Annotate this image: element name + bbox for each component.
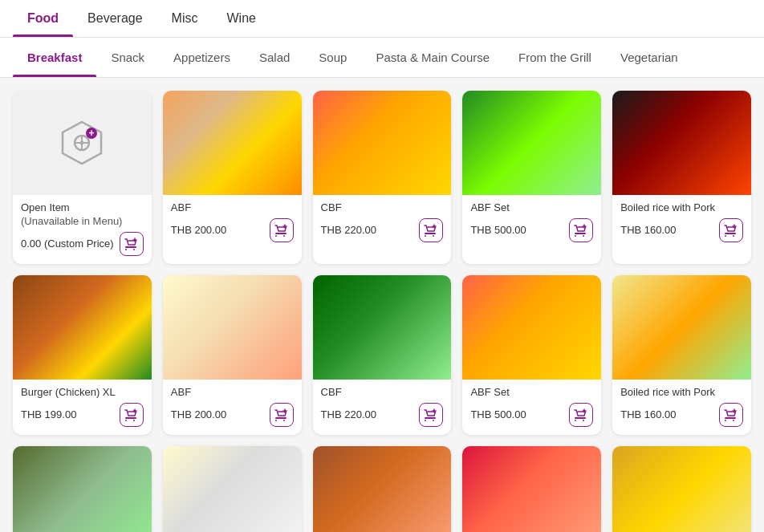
cart-plus-icon xyxy=(274,223,289,238)
card-body: Open Item(Unavailable in Menu) 0.00 (Cus… xyxy=(13,195,152,264)
card-burger-2[interactable]: Burger (Chicken) XL THB 199.00 xyxy=(13,446,152,532)
card-open-item[interactable]: + Open Item(Unavailable in Menu) 0.00 (C… xyxy=(13,91,152,264)
food-image xyxy=(313,275,452,380)
cart-plus-icon xyxy=(424,223,438,238)
cart-plus-icon xyxy=(124,237,139,251)
card-title: ABF Set xyxy=(470,386,593,400)
svg-rect-34 xyxy=(133,420,135,421)
sub-nav-item-breakfast[interactable]: Breakfast xyxy=(13,38,96,77)
add-to-cart-button[interactable] xyxy=(419,218,443,242)
sub-nav-item-from-the-grill[interactable]: From the Grill xyxy=(504,38,606,77)
card-title: ABF Set xyxy=(470,201,593,215)
add-to-cart-button[interactable] xyxy=(719,403,743,427)
card-body: CBF THB 220.00 xyxy=(313,380,452,435)
food-image xyxy=(612,275,751,380)
svg-text:+: + xyxy=(89,128,95,139)
sub-nav-item-pasta-and-main-course[interactable]: Pasta & Main Course xyxy=(361,38,504,77)
card-title: Boiled rice with Pork xyxy=(620,386,743,400)
svg-rect-23 xyxy=(575,235,576,237)
sub-nav-item-snack[interactable]: Snack xyxy=(96,38,159,77)
sub-nav: BreakfastSnackAppetizersSaladSoupPasta &… xyxy=(0,38,764,78)
food-image xyxy=(13,446,152,532)
card-body: ABF Set THB 500.00 xyxy=(462,380,601,435)
card-title: Open Item(Unavailable in Menu) xyxy=(21,201,144,229)
svg-rect-42 xyxy=(425,417,436,419)
add-to-cart-button[interactable] xyxy=(719,218,743,242)
card-boiled-1[interactable]: Boiled rice with Pork THB 160.00 xyxy=(612,91,751,264)
card-price-row: THB 200.00 xyxy=(171,218,294,242)
food-image xyxy=(163,275,302,380)
card-body: ABF THB 200.00 xyxy=(163,195,302,250)
top-nav-item-beverage[interactable]: Beverage xyxy=(73,0,157,37)
add-to-cart-button[interactable] xyxy=(120,403,144,427)
svg-rect-18 xyxy=(425,235,426,237)
top-nav-item-wine[interactable]: Wine xyxy=(212,0,270,37)
sub-nav-item-salad[interactable]: Salad xyxy=(245,38,304,77)
top-nav-item-misc[interactable]: Misc xyxy=(157,0,213,37)
card-abf-1[interactable]: ABF THB 200.00 xyxy=(163,91,302,264)
card-boiled-3[interactable]: Boiled rice with Pork THB 160.00 xyxy=(612,446,751,532)
card-price-row: THB 500.00 xyxy=(470,218,593,242)
svg-rect-7 xyxy=(125,246,136,248)
card-price-row: THB 200.00 xyxy=(171,403,294,427)
product-grid: + Open Item(Unavailable in Menu) 0.00 (C… xyxy=(0,78,764,532)
food-image xyxy=(163,91,302,195)
food-image xyxy=(462,275,601,380)
card-cbf-1[interactable]: CBF THB 220.00 xyxy=(313,91,452,264)
food-image xyxy=(612,446,751,532)
svg-rect-28 xyxy=(725,235,726,237)
card-title: ABF xyxy=(171,201,294,215)
top-nav: FoodBeverageMiscWine xyxy=(0,0,764,38)
svg-rect-27 xyxy=(725,233,736,234)
add-to-cart-button[interactable] xyxy=(569,218,593,242)
svg-rect-22 xyxy=(575,233,586,234)
card-cbf-2[interactable]: CBF THB 220.00 xyxy=(313,275,452,435)
svg-rect-13 xyxy=(275,235,277,237)
cart-plus-icon xyxy=(574,408,588,422)
card-abfset-3[interactable]: ABF Set THB 500.00 xyxy=(462,446,601,532)
svg-rect-37 xyxy=(275,417,286,419)
card-price: THB 160.00 xyxy=(620,224,676,236)
card-body: CBF THB 220.00 xyxy=(313,195,452,250)
card-price-row: THB 160.00 xyxy=(620,403,743,427)
svg-rect-48 xyxy=(575,420,576,421)
sub-nav-item-vegetarian[interactable]: Vegetarian xyxy=(606,38,693,77)
sub-nav-item-soup[interactable]: Soup xyxy=(304,38,361,77)
card-abf-3[interactable]: ABF THB 200.00 xyxy=(163,446,302,532)
card-boiled-2[interactable]: Boiled rice with Pork THB 160.00 xyxy=(612,275,751,435)
card-price: THB 500.00 xyxy=(470,224,526,236)
card-body: ABF THB 200.00 xyxy=(163,380,302,435)
cart-plus-icon xyxy=(724,408,738,422)
card-burger-1[interactable]: Burger (Chicken) XL THB 199.00 xyxy=(13,275,152,435)
svg-rect-12 xyxy=(275,233,286,234)
add-to-cart-button[interactable] xyxy=(120,232,144,256)
svg-rect-8 xyxy=(125,249,127,250)
food-image xyxy=(462,91,601,195)
svg-rect-29 xyxy=(733,235,734,237)
top-nav-item-food[interactable]: Food xyxy=(13,0,73,37)
card-cbf-3[interactable]: CBF THB 220.00 xyxy=(313,446,452,532)
card-abfset-2[interactable]: ABF Set THB 500.00 xyxy=(462,275,601,435)
card-title: ABF xyxy=(171,386,294,400)
card-title: CBF xyxy=(321,386,444,400)
card-price-row: THB 199.00 xyxy=(21,403,144,427)
svg-rect-17 xyxy=(425,233,436,234)
add-to-cart-button[interactable] xyxy=(569,403,593,427)
card-price-row: 0.00 (Custom Price) xyxy=(21,232,144,256)
card-abf-2[interactable]: ABF THB 200.00 xyxy=(163,275,302,435)
svg-rect-9 xyxy=(133,249,135,250)
add-to-cart-button[interactable] xyxy=(270,218,294,242)
card-body: Burger (Chicken) XL THB 199.00 xyxy=(13,380,152,435)
card-price-row: THB 220.00 xyxy=(321,218,444,242)
food-image xyxy=(462,446,601,532)
add-to-cart-button[interactable] xyxy=(419,403,443,427)
card-price: THB 200.00 xyxy=(171,224,226,236)
cart-plus-icon xyxy=(124,408,139,422)
card-body: Boiled rice with Pork THB 160.00 xyxy=(612,380,751,435)
add-to-cart-button[interactable] xyxy=(270,403,294,427)
sub-nav-item-appetizers[interactable]: Appetizers xyxy=(159,38,245,77)
card-price: THB 220.00 xyxy=(321,224,376,236)
card-price: THB 220.00 xyxy=(321,408,376,420)
card-abfset-1[interactable]: ABF Set THB 500.00 xyxy=(462,91,601,264)
card-price: THB 160.00 xyxy=(620,408,676,420)
